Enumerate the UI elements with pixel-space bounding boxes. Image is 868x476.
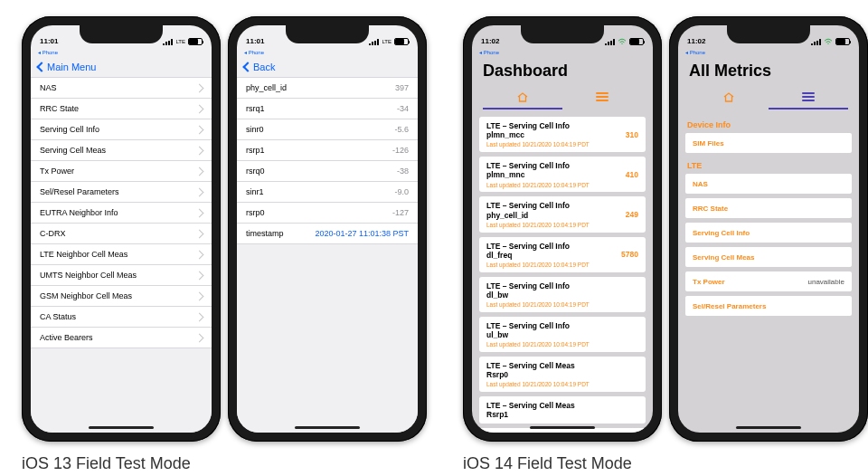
notch [80,25,163,43]
menu-item[interactable]: Serving Cell Meas [31,140,212,161]
dashboard-card[interactable]: LTE – Serving Cell MeasRsrp1 [479,396,646,423]
clock: 11:01 [40,37,58,45]
menu-item[interactable]: NAS [31,78,212,99]
card-metric: Rsrp0 [486,370,638,379]
detail-value: -5.6 [394,125,409,134]
menu-item[interactable]: UMTS Neighbor Cell Meas [31,265,212,286]
return-to-phone[interactable]: ◂ Phone [31,47,212,56]
tab-metrics[interactable] [562,86,642,109]
chevron-right-icon [195,83,204,92]
card-metric: plmn_mnc [486,170,638,179]
back-button[interactable]: Back [244,62,275,72]
figure-row: 11:01 LTE ◂ Phone Main Menu [22,16,846,473]
card-updated: Last updated 10/21/2020 10:04:19 PDT [486,381,638,388]
clock: 11:01 [246,37,264,45]
metric-row[interactable]: Sel/Resel Parameters [685,296,852,316]
ios13-group: 11:01 LTE ◂ Phone Main Menu [22,16,427,473]
menu-item[interactable]: Tx Power [31,161,212,182]
metric-value: unavailable [808,278,844,286]
dashboard-card[interactable]: LTE – Serving Cell Infodl_bwLast updated… [479,277,646,312]
metric-row[interactable]: Tx Powerunavailable [685,271,852,291]
screen: 11:01 LTE ◂ Phone Main Menu [31,25,212,433]
detail-value: -38 [397,167,409,176]
clock: 11:02 [687,37,705,45]
signal-icon [605,39,615,45]
tab-dashboard[interactable] [483,86,562,109]
detail-list[interactable]: phy_cell_id397rsrq1-34sinr0-5.6rsrp1-126… [237,78,418,433]
tab-metrics[interactable] [769,86,848,109]
menu-item[interactable]: Sel/Resel Parameters [31,182,212,203]
wifi-icon [824,38,833,45]
ios13-pair: 11:01 LTE ◂ Phone Main Menu [22,16,427,442]
dashboard-card[interactable]: LTE – Serving Cell Infoplmn_mncLast upda… [479,157,646,192]
home-icon [722,91,735,102]
menu-item[interactable]: CA Status [31,307,212,328]
metric-row[interactable]: SIM Files [685,133,852,153]
detail-key: rsrq0 [246,167,265,176]
chevron-left-icon [36,62,46,71]
dashboard-card[interactable]: LTE – Serving Cell MeasRsrp0Last updated… [479,357,646,392]
card-group: LTE – Serving Cell Info [486,281,638,290]
notch [521,25,604,43]
nav-bar: Back [237,56,418,78]
header: All Metrics [678,56,859,113]
return-to-phone[interactable]: ◂ Phone [237,47,418,56]
screen: 11:02 ◂ Phone Dashboard [472,25,653,433]
battery-icon [835,38,850,45]
menu-item[interactable]: Active Bearers [31,328,212,348]
chevron-right-icon [195,291,204,300]
menu-item[interactable]: RRC State [31,99,212,119]
page-title: All Metrics [689,62,848,81]
ios14-group: 11:02 ◂ Phone Dashboard [463,16,868,473]
card-group: LTE – Serving Cell Meas [486,361,638,370]
screen: 11:02 ◂ Phone All Metrics [678,25,859,433]
detail-row: rsrp0-127 [237,203,418,224]
metric-row[interactable]: RRC State [685,198,852,218]
chevron-right-icon [195,250,204,259]
menu-item[interactable]: C-DRX [31,224,212,244]
metric-row[interactable]: NAS [685,174,852,194]
home-indicator[interactable] [736,426,801,429]
menu-item-label: GSM Neighbor Cell Meas [40,291,132,300]
card-group: LTE – Serving Cell Info [486,242,638,251]
header: Dashboard [472,56,653,113]
tab-dashboard[interactable] [689,86,769,109]
menu-list[interactable]: NASRRC StateServing Cell InfoServing Cel… [31,78,212,433]
card-updated: Last updated 10/21/2020 10:04:19 PDT [486,262,638,269]
card-metric: dl_bw [486,290,638,300]
return-to-phone[interactable]: ◂ Phone [678,47,859,56]
metric-row[interactable]: Serving Cell Meas [685,247,852,267]
dashboard-card[interactable]: LTE – Serving Cell Infoplmn_mccLast upda… [479,117,646,152]
card-group: LTE – Serving Cell Meas [486,401,638,410]
chevron-right-icon [195,146,204,155]
detail-key: rsrp1 [246,146,265,155]
dashboard-card[interactable]: LTE – Serving Cell Infoul_bwLast updated… [479,317,646,352]
return-to-phone[interactable]: ◂ Phone [472,47,653,56]
menu-item[interactable]: Serving Cell Info [31,119,212,140]
metrics-list[interactable]: Device InfoSIM FilesLTENASRRC StateServi… [678,113,859,433]
dashboard-card[interactable]: LTE – Serving Cell Infodl_freqLast updat… [479,237,646,272]
metric-key: RRC State [693,205,728,213]
notch [286,25,369,43]
card-value: 5780 [621,250,638,259]
dashboard-list[interactable]: LTE – Serving Cell Infoplmn_mccLast upda… [472,113,653,433]
detail-key: phy_cell_id [246,83,287,92]
home-indicator[interactable] [89,426,154,429]
home-indicator[interactable] [295,426,360,429]
card-group: LTE – Serving Cell Info [486,201,638,210]
detail-row: sinr1-9.0 [237,182,418,203]
home-indicator[interactable] [530,426,595,429]
menu-item-label: NAS [40,83,57,92]
back-button[interactable]: Main Menu [38,62,96,72]
dashboard-card[interactable]: LTE – Serving Cell Infophy_cell_idLast u… [479,196,646,232]
metric-row[interactable]: Serving Cell Info [685,223,852,243]
battery-icon [629,38,644,45]
menu-item[interactable]: GSM Neighbor Cell Meas [31,286,212,307]
tab-bar [689,86,848,109]
menu-item[interactable]: EUTRA Neighbor Info [31,203,212,224]
menu-item-label: EUTRA Neighbor Info [40,208,118,217]
card-metric: ul_bw [486,330,638,339]
card-value: 410 [626,170,638,179]
menu-item[interactable]: LTE Neighbor Cell Meas [31,244,212,265]
menu-item-label: LTE Neighbor Cell Meas [40,250,127,259]
